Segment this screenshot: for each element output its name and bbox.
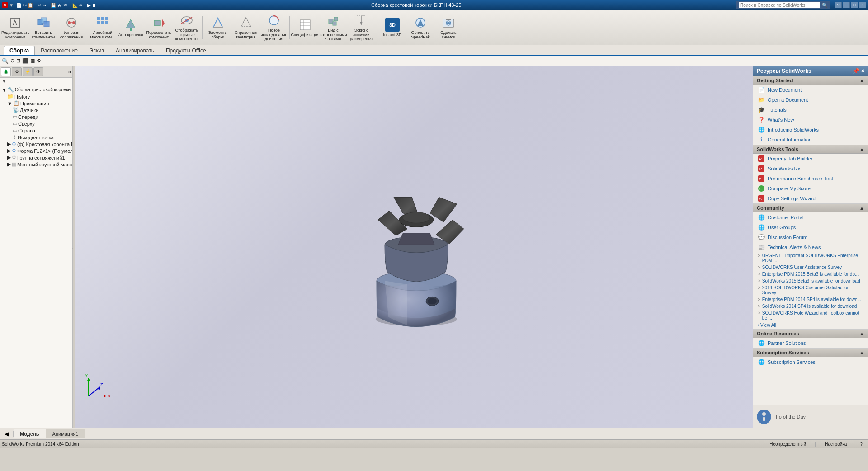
model-tab-arrow-left[interactable]: ◀ [0, 431, 14, 437]
tab-office[interactable]: Продукты Office [160, 46, 212, 55]
community-collapse[interactable]: ▲ [859, 205, 864, 211]
tree-crown-component[interactable]: ▶ ⚙ (ф) Крестовая коронка БКП... [1, 141, 71, 147]
toolbar-move-component[interactable]: Переместить компонент [145, 14, 172, 41]
news-item-7[interactable]: SolidWorks 2014 SP4 is available for dow… [753, 303, 868, 310]
res-tech-alerts[interactable]: 📰 Technical Alerts & News [753, 242, 868, 252]
online-resources-collapse[interactable]: ▲ [859, 331, 864, 336]
res-discussion-forum[interactable]: 💬 Discussion Forum [753, 232, 868, 242]
tab-sketch[interactable]: Эскиз [84, 46, 110, 55]
help-button[interactable]: ? [835, 2, 842, 8]
search-icon[interactable]: 🔍 [822, 3, 827, 8]
res-benchmark[interactable]: B Performance Benchmark Test [753, 174, 868, 184]
model-tab-animation[interactable]: Анимация1 [46, 429, 85, 438]
res-tutorials[interactable]: 🎓 Tutorials [753, 105, 868, 115]
resources-pin-icon[interactable]: 📌 [853, 68, 859, 74]
toolbar-speedpak[interactable]: Обновить SpeedPak [407, 14, 434, 41]
sw-tools-label: SolidWorks Tools [757, 146, 798, 152]
3d-viewport[interactable]: X Y Z [75, 66, 753, 428]
view-zoom-out-icon[interactable]: ⊖ [10, 58, 14, 64]
tab-assembly[interactable]: Сборка [4, 46, 35, 55]
tree-right[interactable]: ▭ Справа [1, 127, 71, 134]
title-bar-right[interactable]: 🔍 ? _ □ × [736, 1, 866, 9]
tree-history[interactable]: 📁 History [1, 93, 71, 100]
feature-tree-tab-display[interactable]: 👁 [33, 67, 43, 76]
news-item-8[interactable]: SOLIDWORKS Hole Wizard and Toolbox canno… [753, 310, 868, 321]
section-community[interactable]: Community ▲ [753, 203, 868, 212]
res-partner-solutions[interactable]: 🌐 Partner Solutions [753, 338, 868, 348]
toolbar-instant3d[interactable]: 3D Instant 3D [379, 14, 406, 41]
res-new-document[interactable]: 📄 New Document [753, 85, 868, 95]
toolbar-ref-geometry[interactable]: Справочная геометрия [232, 14, 259, 41]
minimize-button[interactable]: _ [843, 2, 850, 8]
toolbar-edit-component[interactable]: Редактировать компонент [2, 14, 29, 41]
news-item-4[interactable]: SolidWorks 2015 Beta3 is available for d… [753, 278, 868, 284]
section-online-resources[interactable]: Online Resources ▲ [753, 329, 868, 338]
feature-tree-tab-props[interactable]: ⚙ [12, 67, 22, 76]
toolbar-linear-array[interactable]: Линейный массив ком... [89, 14, 116, 41]
feature-tree-expand[interactable]: » [68, 69, 71, 75]
sw-tools-collapse[interactable]: ▲ [859, 146, 864, 152]
toolbar-show-hidden[interactable]: Отображать скрытые компоненты [173, 12, 200, 43]
toolbar-insert-components[interactable]: Вставить компоненты [30, 14, 57, 41]
news-item-6[interactable]: Enterprise PDM 2014 SP4 is available for… [753, 296, 868, 303]
section-subscription[interactable]: Subscription Services ▲ [753, 348, 868, 357]
tree-form[interactable]: ▶ ⚙ Форма Г12<1> (По умолча... [1, 147, 71, 154]
toolbar-separator-3 [289, 16, 290, 39]
news-item-3[interactable]: Enterprise PDM 2015 Beta3 is available f… [753, 271, 868, 278]
tab-analyze[interactable]: Анализировать [110, 46, 160, 55]
res-open-document[interactable]: 📂 Open a Document [753, 95, 868, 105]
res-whats-new[interactable]: ❓ What's New [753, 115, 868, 125]
getting-started-collapse[interactable]: ▲ [859, 78, 864, 83]
view-fit-icon[interactable]: ⊡ [16, 58, 20, 64]
status-help[interactable]: ? [856, 442, 866, 447]
res-customer-portal[interactable]: 🌐 Customer Portal [753, 212, 868, 222]
toolbar-screenshot[interactable]: Сделать снимок [435, 14, 462, 41]
tree-mates[interactable]: ▶ ⚙ Группа сопряжений1 [1, 154, 71, 161]
tree-root[interactable]: ▼ 🔧 Сборка крестовой коронки БКП [1, 86, 71, 93]
toolbar-constraints[interactable]: Условия сопряжения [58, 14, 85, 41]
restore-button[interactable]: □ [851, 2, 858, 8]
close-button[interactable]: × [859, 2, 866, 8]
view-edges-icon[interactable]: ▦ [30, 58, 35, 64]
tree-top[interactable]: ▭ Сверху [1, 120, 71, 127]
tab-layout[interactable]: Расположение [35, 46, 84, 55]
res-introducing[interactable]: 🌐 Introducing SolidWorks [753, 125, 868, 135]
view-options-icon[interactable]: ⚙ [37, 58, 41, 64]
tree-notes[interactable]: ▼ 📋 Примечания [1, 100, 71, 107]
subscription-collapse[interactable]: ▲ [859, 350, 864, 355]
tree-sensors[interactable]: 📡 Датчики [1, 107, 71, 113]
section-getting-started[interactable]: Getting Started ▲ [753, 76, 868, 85]
toolbar-assembly-features[interactable]: Элементы сборки [204, 14, 231, 41]
res-compare-score[interactable]: C Compare My Score [753, 184, 868, 193]
res-user-groups[interactable]: 🌐 User Groups [753, 222, 868, 232]
res-sw-rx[interactable]: R SolidWorks Rx [753, 164, 868, 174]
toolbar-sketch-dimensions[interactable]: Эскиз с линиями размеренья [348, 12, 375, 43]
view-mode-icon[interactable]: ⬛ [22, 58, 28, 64]
toolbar-exploded-view[interactable]: Вид с разнесенными частями [320, 12, 347, 43]
res-copy-settings[interactable]: S Copy Settings Wizard [753, 193, 868, 203]
news-item-5[interactable]: 2014 SOLIDWORKS Customer Satisfaction Su… [753, 284, 868, 296]
feature-tree-tab-model[interactable]: 🌲 [1, 67, 11, 76]
resources-close-icon[interactable]: × [861, 68, 864, 74]
news-item-1[interactable]: URGENT - Important SOLIDWORKS Enterprise… [753, 252, 868, 264]
model-tabs-bar: ◀ Модель Анимация1 [0, 428, 868, 439]
model-tab-model[interactable]: Модель [14, 429, 46, 438]
tree-front[interactable]: ▭ Спереди [1, 113, 71, 120]
toolbar-motion-study[interactable]: Новое исследование движения [260, 12, 288, 43]
feature-tree-tab-config[interactable]: ⚡ [23, 67, 33, 76]
section-sw-tools[interactable]: SolidWorks Tools ▲ [753, 145, 868, 154]
res-property-tab[interactable]: P Property Tab Builder [753, 154, 868, 164]
svg-point-9 [101, 17, 104, 20]
res-subscription-services[interactable]: 🌐 Subscription Services [753, 357, 868, 367]
view-zoom-in-icon[interactable]: 🔍 [2, 58, 9, 64]
tree-circular-pattern[interactable]: ▶ ▦ Местный круговой массив1 [1, 161, 71, 168]
help-search-input[interactable] [739, 2, 820, 8]
tree-origin[interactable]: ⊹ Исходная точка [1, 134, 71, 141]
res-general-info[interactable]: ℹ General Information [753, 135, 868, 145]
news-item-2[interactable]: SOLIDWORKS User Assistance Survey [753, 264, 868, 271]
bom-icon [298, 18, 312, 32]
toolbar-bom[interactable]: Спецификация [292, 14, 319, 41]
view-all-news[interactable]: › View All [753, 321, 868, 329]
toolbar-fasteners[interactable]: Автокрепежи [117, 14, 144, 41]
svg-point-21 [273, 15, 275, 17]
